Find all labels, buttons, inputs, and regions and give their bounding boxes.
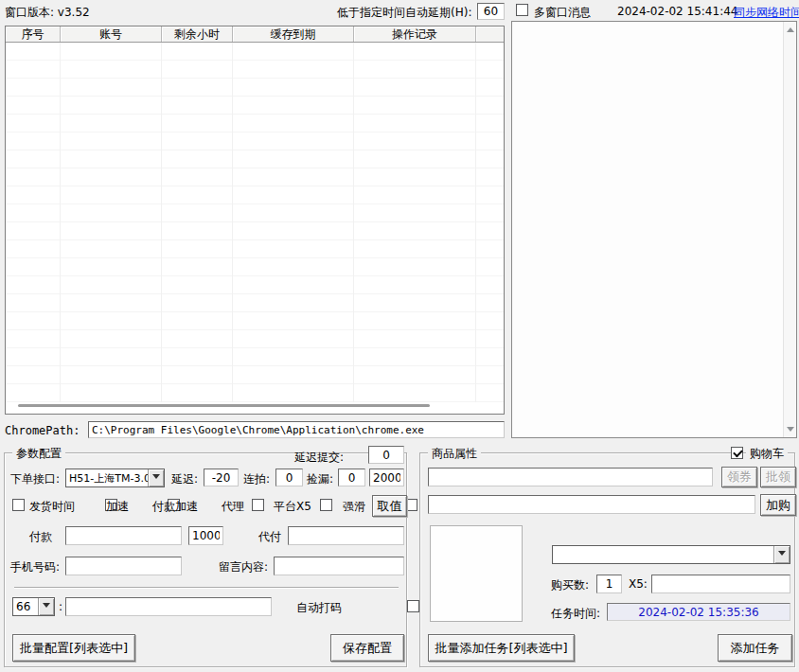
params-group: 参数配置 延迟提交: 下单接口: H51-上海TM-3.0 延迟: 连拍: 捡漏…: [4, 452, 407, 667]
product-group: 商品属性 购物车 领券 批领 加购 购买数: X5: 任务时间: 2024-02…: [419, 452, 795, 667]
current-datetime: 2024-02-02 15:41:44: [617, 5, 737, 18]
chevron-down-icon[interactable]: [148, 469, 164, 486]
task-time-label: 任务时间:: [551, 606, 600, 622]
proxy-checkbox[interactable]: [252, 499, 264, 511]
grid-line: [232, 43, 233, 402]
batch-config-button[interactable]: 批量配置[列表选中]: [12, 634, 135, 662]
add-task-button[interactable]: 添加任务: [718, 634, 792, 662]
add-to-cart-button[interactable]: 加购: [760, 494, 796, 516]
scroll-down-icon[interactable]: [784, 423, 796, 435]
column-header-hours[interactable]: 剩余小时: [162, 27, 233, 42]
captcha-channel-value: 66: [13, 598, 38, 615]
account-table-header: 序号 账号 剩余小时 缓存到期 操作记录: [6, 27, 504, 43]
captcha-key-input[interactable]: [65, 597, 272, 616]
auto-captcha-label: 自动打码: [296, 600, 342, 616]
captcha-colon: :: [59, 600, 62, 613]
platform-x5-label: 平台X5: [274, 499, 311, 515]
pay-input[interactable]: [65, 526, 182, 545]
delay-label: 延迟:: [171, 471, 198, 487]
params-group-title: 参数配置: [12, 446, 65, 462]
save-config-button[interactable]: 保存配置: [330, 634, 404, 662]
version-label: 窗口版本: v3.52: [5, 5, 90, 21]
chevron-down-icon[interactable]: [38, 598, 54, 615]
task-time-value: 2024-02-02 15:35:36: [607, 603, 790, 621]
ship-time-label: 发货时间: [29, 499, 75, 515]
accelerate-label: 加速: [106, 499, 129, 515]
x5-input[interactable]: [651, 575, 790, 593]
delay-submit-label: 延迟提交:: [294, 450, 344, 466]
phone-input[interactable]: [65, 557, 182, 575]
batch-coupon-button[interactable]: 批领: [760, 467, 796, 487]
pay-amount-input[interactable]: [188, 526, 223, 545]
column-header-index[interactable]: 序号: [6, 27, 61, 42]
column-header-filler: [476, 27, 504, 42]
coupon-input[interactable]: [428, 468, 713, 486]
column-header-oplog[interactable]: 操作记录: [354, 27, 476, 42]
order-api-value: H51-上海TM-3.0: [66, 469, 148, 486]
sku-input[interactable]: [428, 495, 755, 514]
chrome-path-label: ChromePath:: [5, 424, 80, 437]
chevron-down-icon[interactable]: [773, 546, 790, 563]
captcha-channel-select[interactable]: 66: [12, 597, 55, 616]
quantity-label: 购买数:: [551, 577, 589, 593]
delay-submit-input[interactable]: [368, 446, 404, 464]
force-slide-label: 强滑: [343, 499, 365, 515]
auto-captcha-checkbox[interactable]: [407, 600, 419, 612]
horizontal-scrollbar-thumb[interactable]: [18, 404, 430, 407]
log-panel-scrollbar[interactable]: [783, 22, 796, 437]
phone-label: 手机号码:: [10, 559, 60, 575]
ship-time-checkbox[interactable]: [12, 499, 25, 511]
snipe-label: 捡漏:: [307, 471, 333, 487]
burst-input[interactable]: [275, 469, 303, 486]
snipe-input[interactable]: [338, 469, 365, 486]
burst-label: 连拍:: [243, 471, 270, 487]
variant-select[interactable]: [552, 545, 790, 564]
order-api-select[interactable]: H51-上海TM-3.0: [65, 469, 165, 487]
grid-line: [475, 43, 476, 402]
multi-window-checkbox[interactable]: [516, 4, 528, 16]
proxy-pay-label: 代付: [258, 529, 281, 545]
get-coupon-button[interactable]: 领券: [721, 467, 757, 487]
grid-line: [353, 43, 354, 402]
order-api-label: 下单接口:: [10, 471, 60, 487]
message-label: 留言内容:: [219, 559, 268, 575]
pay-accelerate-label: 付款加速: [152, 499, 198, 515]
force-slide-checkbox[interactable]: [405, 499, 417, 511]
delay-input[interactable]: [204, 469, 239, 486]
scroll-up-icon[interactable]: [784, 24, 796, 36]
sync-network-time-link[interactable]: 同步网络时间: [734, 5, 799, 21]
quantity-input[interactable]: [596, 575, 622, 593]
column-header-account[interactable]: 账号: [61, 27, 162, 42]
cart-checkbox[interactable]: [731, 447, 743, 459]
x5-label: X5:: [629, 577, 648, 591]
grid-line: [60, 43, 61, 402]
account-table-body[interactable]: [6, 43, 504, 414]
batch-add-task-button[interactable]: 批量添加任务[列表选中]: [428, 634, 575, 662]
auto-extend-input[interactable]: [477, 3, 505, 20]
variant-value: [553, 546, 773, 563]
proxy-label: 代理: [222, 499, 244, 515]
proxy-pay-input[interactable]: [288, 526, 404, 545]
message-input[interactable]: [274, 557, 404, 575]
grid-line: [161, 43, 162, 402]
account-table[interactable]: 序号 账号 剩余小时 缓存到期 操作记录: [5, 26, 505, 415]
product-image-box: [430, 525, 523, 622]
get-value-button[interactable]: 取值: [372, 495, 407, 517]
divider: [14, 587, 399, 588]
topbar: 窗口版本: v3.52 低于指定时间自动延期(H): 多窗口消息 2024-02…: [0, 0, 799, 15]
column-header-expiry[interactable]: 缓存到期: [233, 27, 354, 42]
platform-x5-checkbox[interactable]: [320, 499, 332, 511]
log-panel: [511, 21, 797, 438]
multi-window-label: 多窗口消息: [534, 5, 591, 21]
product-group-title: 商品属性: [428, 446, 481, 462]
snipe-input-2[interactable]: [369, 469, 404, 486]
pay-label: 付款: [29, 529, 52, 545]
chrome-path-input[interactable]: [88, 421, 505, 438]
cart-label: 购物车: [746, 446, 788, 462]
auto-extend-label: 低于指定时间自动延期(H):: [337, 5, 471, 21]
